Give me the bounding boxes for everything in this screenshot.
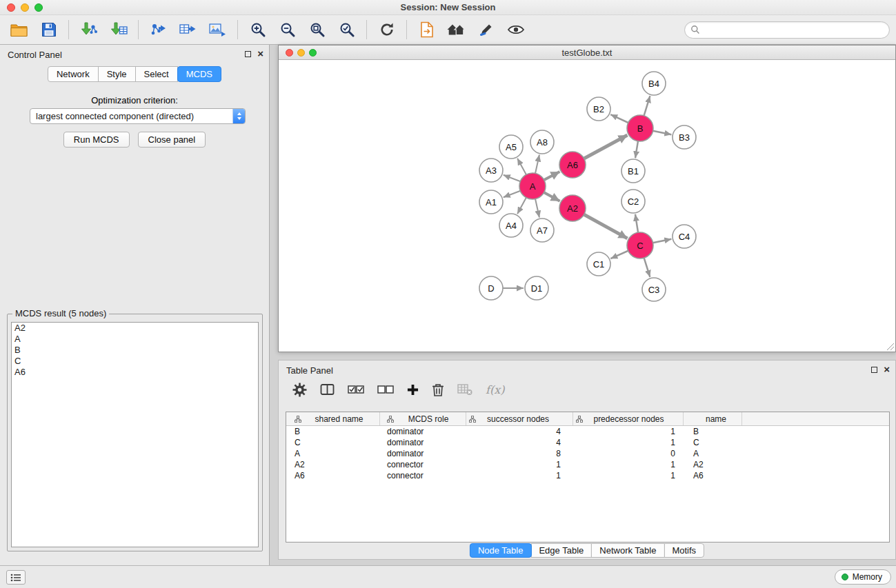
network-close-button[interactable] [286, 49, 293, 57]
node-A1[interactable]: A1 [479, 190, 503, 214]
float-panel-icon[interactable] [245, 51, 251, 57]
node-B3[interactable]: B3 [673, 125, 696, 149]
node-A6[interactable]: A6 [559, 152, 586, 178]
tab-network[interactable]: Network [48, 66, 99, 82]
node-A3[interactable]: A3 [479, 159, 503, 182]
node-C3[interactable]: C3 [642, 278, 666, 301]
toolbar-separator [68, 20, 69, 39]
zoom-selected-button[interactable] [332, 17, 361, 42]
network-canvas[interactable]: B4B2BB3A8A5A6A3B1AC2A1A2A4A7C4CC1C3DD1 [279, 60, 895, 352]
node-D[interactable]: D [479, 276, 503, 300]
table-cell: 1 [466, 460, 573, 469]
zoom-fit-button[interactable] [302, 17, 332, 42]
show-columns-button[interactable] [320, 383, 335, 396]
table-row[interactable]: Bdominator41B [286, 426, 889, 437]
column-header-successor-nodes[interactable]: successor nodes [466, 412, 573, 425]
export-image-button[interactable] [203, 17, 232, 42]
table-row[interactable]: A6connector11A6 [286, 470, 889, 481]
mcds-result-item[interactable]: A6 [12, 367, 258, 378]
network-minimize-button[interactable] [297, 49, 305, 57]
search-icon [690, 25, 700, 34]
close-window-button[interactable] [7, 3, 15, 12]
column-header-mcds-role[interactable]: MCDS role [380, 412, 466, 425]
show-graphics-details-button[interactable] [501, 17, 530, 42]
table-row[interactable]: A2connector11A2 [286, 459, 889, 470]
fx-icon: f(x) [486, 383, 504, 396]
mcds-result-list[interactable]: A2ABCA6 [11, 322, 259, 547]
node-A4[interactable]: A4 [499, 214, 523, 237]
table-row[interactable]: Cdominator41C [286, 437, 889, 448]
control-panel: Control Panel × Network Style Select MCD… [0, 45, 270, 565]
optimization-criterion-select[interactable]: largest connected component (directed) [30, 108, 246, 124]
import-table-button[interactable] [103, 17, 133, 42]
node-C2[interactable]: C2 [621, 190, 645, 213]
resize-grip-icon[interactable] [886, 343, 895, 351]
apply-layout-button[interactable] [372, 17, 401, 42]
node-B4[interactable]: B4 [642, 72, 666, 95]
zoom-window-button[interactable] [34, 3, 43, 12]
close-panel-button[interactable]: Close panel [138, 132, 206, 148]
delete-column-button[interactable] [432, 383, 444, 396]
network-window-titlebar[interactable]: testGlobe.txt [279, 45, 895, 60]
tab-edge-table[interactable]: Edge Table [530, 543, 592, 558]
node-A7[interactable]: A7 [530, 219, 554, 242]
node-A5[interactable]: A5 [499, 135, 523, 159]
table-row[interactable]: Adominator80A [286, 448, 889, 459]
tab-select[interactable]: Select [135, 66, 178, 82]
search-box[interactable] [684, 21, 890, 39]
table-panel-tabs: Node Table Edge Table Network Table Moti… [470, 543, 704, 558]
zoom-in-icon [250, 21, 266, 38]
home-view-button[interactable] [441, 17, 471, 42]
node-B[interactable]: B [627, 115, 653, 141]
export-network-icon [150, 21, 168, 38]
node-A2[interactable]: A2 [559, 195, 586, 221]
tab-network-table[interactable]: Network Table [591, 543, 664, 558]
tab-mcds[interactable]: MCDS [177, 66, 221, 82]
delete-table-button[interactable] [457, 383, 472, 396]
run-mcds-button[interactable]: Run MCDS [63, 132, 130, 148]
close-panel-icon[interactable]: × [257, 50, 263, 58]
tab-node-table[interactable]: Node Table [470, 543, 532, 558]
mcds-result-item[interactable]: B [12, 345, 258, 356]
column-header-shared-name[interactable]: shared name [286, 412, 380, 425]
add-column-button[interactable] [407, 384, 419, 396]
tab-motifs[interactable]: Motifs [664, 543, 704, 558]
minimize-window-button[interactable] [21, 3, 29, 12]
memory-button[interactable]: Memory [835, 569, 891, 585]
column-header-name[interactable]: name [684, 412, 742, 425]
select-all-button[interactable] [348, 384, 364, 395]
export-table-button[interactable] [173, 17, 203, 42]
node-B1[interactable]: B1 [621, 159, 645, 183]
function-builder-button[interactable]: f(x) [486, 383, 504, 396]
node-B2[interactable]: B2 [587, 97, 610, 121]
zoom-out-button[interactable] [272, 17, 302, 42]
export-network-button[interactable] [143, 17, 173, 42]
column-header-predecessor-nodes[interactable]: predecessor nodes [573, 412, 684, 425]
zoom-in-button[interactable] [243, 17, 272, 42]
node-A8[interactable]: A8 [530, 130, 554, 154]
svg-text:B: B [637, 123, 644, 134]
deselect-all-button[interactable] [377, 384, 394, 395]
save-session-button[interactable] [34, 17, 63, 42]
import-network-button[interactable] [74, 17, 103, 42]
node-C4[interactable]: C4 [673, 225, 696, 248]
network-zoom-button[interactable] [309, 49, 317, 57]
import-table-icon [110, 21, 128, 38]
show-log-button[interactable] [6, 570, 26, 585]
mcds-result-item[interactable]: C [12, 356, 258, 367]
table-settings-button[interactable] [292, 383, 307, 397]
close-panel-icon[interactable]: × [884, 365, 890, 374]
node-A[interactable]: A [519, 173, 546, 199]
tab-style[interactable]: Style [98, 66, 136, 82]
node-D1[interactable]: D1 [525, 276, 548, 300]
node-C1[interactable]: C1 [587, 252, 610, 276]
search-input[interactable] [704, 25, 884, 35]
style-tool-button[interactable] [471, 17, 501, 42]
open-file-button[interactable] [4, 17, 34, 42]
float-panel-icon[interactable] [871, 367, 877, 373]
open-session-button[interactable] [412, 17, 441, 42]
mcds-result-item[interactable]: A [12, 334, 258, 345]
mcds-result-item[interactable]: A2 [12, 323, 258, 334]
table-cell: 1 [573, 471, 684, 480]
node-C[interactable]: C [627, 232, 653, 258]
